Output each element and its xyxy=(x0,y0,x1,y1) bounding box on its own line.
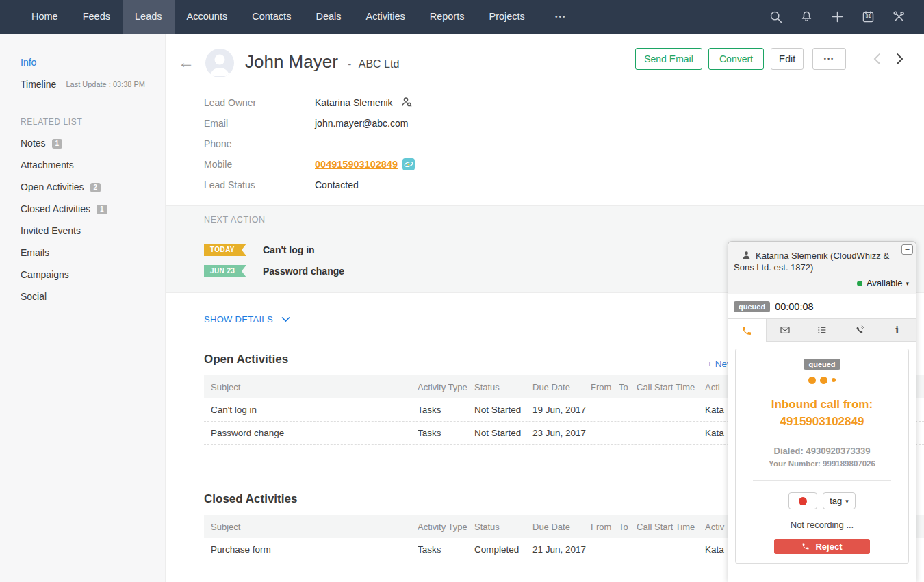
sidebar-item-info[interactable]: Info xyxy=(0,51,165,73)
col-from[interactable]: From xyxy=(591,522,619,532)
closed-activities-title: Closed Activities xyxy=(204,492,297,506)
next-action-item[interactable]: JUN 23 Password change xyxy=(204,265,344,277)
info-icon: i xyxy=(895,325,899,336)
inbound-call-title: Inbound call from: xyxy=(736,396,908,413)
nav-more-menu[interactable]: ••• xyxy=(546,0,576,34)
col-subject[interactable]: Subject xyxy=(204,382,418,392)
tab-dial[interactable] xyxy=(841,319,879,341)
next-action-item[interactable]: TODAY Can't log in xyxy=(204,244,315,256)
tab-phone[interactable] xyxy=(728,319,767,342)
telephony-provider-icon[interactable] xyxy=(402,158,415,170)
notifications-bell-icon[interactable] xyxy=(799,10,814,24)
convert-button[interactable]: Convert xyxy=(708,48,764,70)
availability-dropdown[interactable]: Available ▾ xyxy=(857,278,909,288)
campaigns-label: Campaigns xyxy=(21,269,69,280)
record-dot-icon xyxy=(799,497,807,505)
next-record-icon[interactable] xyxy=(895,52,905,66)
last-update-label: Last Update : 03:38 PM xyxy=(66,73,145,95)
col-subject[interactable]: Subject xyxy=(204,522,418,532)
call-waves-icon xyxy=(854,325,865,336)
nav-item-activities[interactable]: Activities xyxy=(353,0,417,34)
related-list-header: RELATED LIST xyxy=(0,112,165,132)
back-arrow-icon[interactable]: ← xyxy=(178,53,194,72)
agent-name: Katarina Slemenik (CloudWhizz & Sons Ltd… xyxy=(734,250,909,273)
activity-subject-link[interactable]: Can't log in xyxy=(204,405,418,415)
invited-events-label: Invited Events xyxy=(21,225,81,236)
sidebar-item-invited-events[interactable]: Invited Events xyxy=(0,220,165,242)
col-due-date[interactable]: Due Date xyxy=(532,382,591,392)
sidebar-item-timeline[interactable]: Timeline Last Update : 03:38 PM xyxy=(0,73,165,95)
tag-dropdown[interactable]: tag ▾ xyxy=(823,492,856,509)
dialed-number: Dialed: 4930920373339 xyxy=(736,446,908,456)
sidebar-item-open-activities[interactable]: Open Activities2 xyxy=(0,176,165,198)
sidebar-item-campaigns[interactable]: Campaigns xyxy=(0,264,165,286)
ringing-dots-indicator xyxy=(736,376,908,384)
tab-messages[interactable] xyxy=(767,319,804,341)
search-icon[interactable] xyxy=(769,10,783,24)
col-call-start-time[interactable]: Call Start Time xyxy=(637,522,705,532)
col-status[interactable]: Status xyxy=(474,522,532,532)
send-email-button[interactable]: Send Email xyxy=(635,48,702,70)
emails-label: Emails xyxy=(21,247,49,258)
nav-item-projects[interactable]: Projects xyxy=(476,0,537,34)
change-owner-icon[interactable] xyxy=(401,97,412,110)
show-details-label: SHOW DETAILS xyxy=(204,314,273,325)
col-call-start-time[interactable]: Call Start Time xyxy=(637,382,705,392)
record-pager xyxy=(872,52,905,66)
tab-call-list[interactable] xyxy=(804,319,841,341)
lead-name: John Mayer xyxy=(245,51,338,72)
sidebar-item-closed-activities[interactable]: Closed Activities1 xyxy=(0,198,165,220)
inbound-call-card: queued Inbound call from: 4915903102849 … xyxy=(735,349,909,564)
lead-owner-value: Katarina Slemenik xyxy=(315,97,393,108)
col-to[interactable]: To xyxy=(619,382,637,392)
telephony-call-widget: – Katarina Slemenik (CloudWhizz & Sons L… xyxy=(728,241,916,582)
col-due-date[interactable]: Due Date xyxy=(532,522,591,532)
nav-item-leads[interactable]: Leads xyxy=(123,0,175,34)
person-icon xyxy=(742,251,751,260)
email-label: Email xyxy=(204,118,315,129)
record-button[interactable] xyxy=(788,492,817,509)
field-phone: Phone xyxy=(204,134,415,154)
lead-title: John Mayer - ABC Ltd xyxy=(245,51,399,73)
show-details-link[interactable]: SHOW DETAILS xyxy=(204,314,290,325)
email-value[interactable]: john.mayer@abc.com xyxy=(315,118,408,129)
sidebar-item-notes[interactable]: Notes1 xyxy=(0,132,165,154)
attachments-label: Attachments xyxy=(21,160,74,170)
previous-record-icon[interactable] xyxy=(872,52,882,66)
nav-item-feeds[interactable]: Feeds xyxy=(70,0,123,34)
calendar-icon[interactable]: 31 xyxy=(861,10,875,24)
activity-type-cell: Tasks xyxy=(418,428,474,438)
activity-subject-link[interactable]: Password change xyxy=(204,428,418,438)
tag-label: tag xyxy=(830,496,842,506)
sidebar-item-emails[interactable]: Emails xyxy=(0,242,165,264)
col-status[interactable]: Status xyxy=(474,382,532,392)
activity-status-cell: Completed xyxy=(474,544,532,555)
divider xyxy=(753,480,891,481)
edit-button[interactable]: Edit xyxy=(771,48,804,70)
nav-item-accounts[interactable]: Accounts xyxy=(175,0,240,34)
col-to[interactable]: To xyxy=(619,522,637,532)
col-from[interactable]: From xyxy=(591,382,619,392)
nav-item-deals[interactable]: Deals xyxy=(303,0,353,34)
nav-item-contacts[interactable]: Contacts xyxy=(240,0,303,34)
nav-item-home[interactable]: Home xyxy=(19,0,70,34)
tab-info[interactable]: i xyxy=(878,319,916,341)
sidebar-item-social[interactable]: Social xyxy=(0,286,165,307)
col-activity-type[interactable]: Activity Type xyxy=(418,522,474,532)
nav-item-reports[interactable]: Reports xyxy=(418,0,477,34)
envelope-icon xyxy=(780,325,791,336)
col-activity-type[interactable]: Activity Type xyxy=(418,382,474,392)
activity-status-cell: Not Started xyxy=(474,428,532,438)
activity-subject-link[interactable]: Purchase form xyxy=(204,544,418,555)
more-actions-button[interactable]: ••• xyxy=(812,48,846,70)
caret-down-icon: ▾ xyxy=(906,280,909,287)
setup-tools-icon[interactable] xyxy=(892,10,906,24)
add-plus-icon[interactable] xyxy=(830,10,845,24)
next-action-title: NEXT ACTION xyxy=(204,215,266,225)
handset-icon xyxy=(801,542,810,551)
sidebar-item-attachments[interactable]: Attachments xyxy=(0,154,165,176)
reject-call-button[interactable]: Reject xyxy=(774,539,870,554)
mobile-number-link[interactable]: 004915903102849 xyxy=(315,159,398,170)
minimize-button[interactable]: – xyxy=(901,244,913,255)
open-activities-label: Open Activities xyxy=(21,181,84,192)
